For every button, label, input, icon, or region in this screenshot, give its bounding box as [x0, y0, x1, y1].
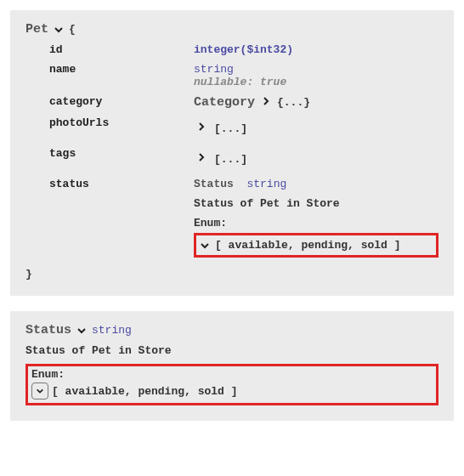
enum-values: [ available, pending, sold ] — [215, 239, 400, 252]
collapsed-array: [...] — [214, 122, 247, 135]
collapsed-object: {...} — [277, 96, 310, 109]
collapsed-array: [...] — [214, 153, 247, 166]
enum-label: Enum: — [31, 368, 433, 381]
chevron-right-icon[interactable] — [262, 96, 270, 110]
prop-status-value: Status string Status of Pet in Store Enu… — [194, 174, 439, 261]
chevron-down-icon[interactable] — [200, 241, 210, 251]
status-label: Status — [194, 178, 234, 190]
chevron-right-icon[interactable] — [197, 152, 206, 166]
enum-values-highlight[interactable]: [ available, pending, sold ] — [194, 233, 439, 258]
open-brace: { — [69, 23, 76, 36]
prop-id-name: id — [49, 40, 185, 60]
prop-category-value[interactable]: Category {...} — [194, 92, 439, 113]
prop-tags-name: tags — [49, 144, 185, 163]
prop-name-name: name — [49, 60, 185, 79]
type-string: string — [194, 63, 439, 76]
nullable-flag: nullable: true — [194, 76, 439, 88]
category-model-name: Category — [194, 95, 255, 110]
status-description: Status of Pet in Store — [25, 344, 439, 357]
type-string: string — [246, 178, 286, 190]
enum-values: [ available, pending, sold ] — [52, 385, 237, 398]
status-model-panel: Status string Status of Pet in Store Enu… — [10, 311, 454, 421]
status-model-name: Status — [25, 323, 71, 337]
close-brace: } — [25, 268, 439, 280]
type-integer: integer — [194, 43, 240, 56]
type-format: ($int32) — [240, 43, 293, 56]
enum-row[interactable]: [ available, pending, sold ] — [31, 382, 433, 400]
status-description: Status of Pet in Store — [194, 197, 439, 210]
prop-photourls-name: photoUrls — [49, 113, 185, 133]
chevron-down-icon[interactable] — [76, 326, 87, 336]
chevron-right-icon[interactable] — [197, 122, 206, 135]
prop-tags-value[interactable]: [...] — [194, 149, 439, 169]
pet-model-panel: Pet { id integer($int32) name string nul… — [10, 10, 454, 296]
prop-category-name: category — [49, 92, 185, 111]
chevron-down-icon[interactable] — [54, 25, 64, 35]
pet-model-name: Pet — [25, 22, 48, 37]
prop-status-name: status — [49, 174, 185, 194]
prop-name-value: string nullable: true — [194, 60, 439, 92]
status-model-header[interactable]: Status string — [25, 323, 439, 337]
pet-model-header[interactable]: Pet { — [25, 22, 439, 37]
enum-label: Enum: — [194, 217, 439, 230]
prop-photourls-value[interactable]: [...] — [194, 118, 439, 139]
expand-toggle-button[interactable] — [31, 382, 48, 400]
prop-id-value: integer($int32) — [194, 40, 439, 60]
enum-block-highlight: Enum: [ available, pending, sold ] — [25, 364, 439, 405]
type-string: string — [92, 324, 132, 337]
pet-properties: id integer($int32) name string nullable:… — [49, 40, 439, 261]
